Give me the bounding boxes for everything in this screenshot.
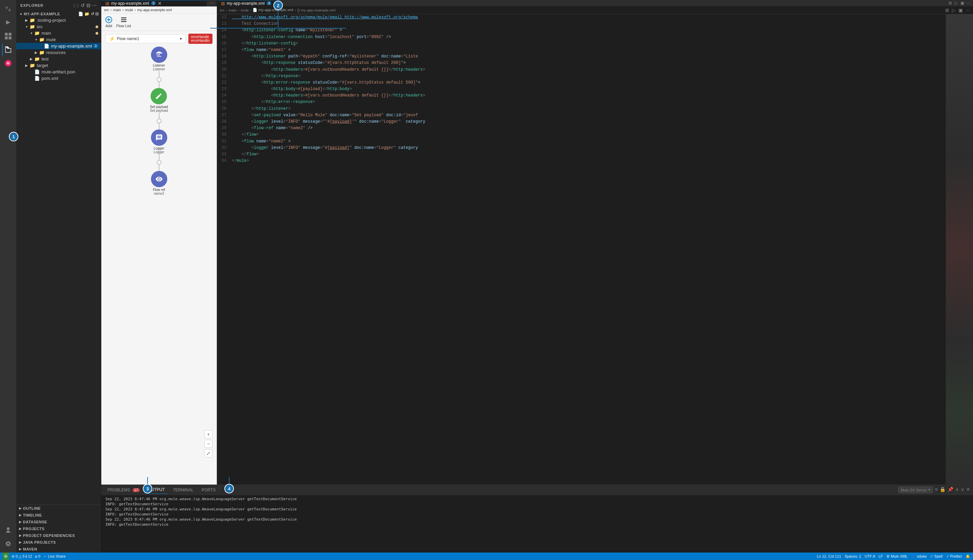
extensions-icon[interactable] bbox=[2, 30, 14, 42]
set-payload-node[interactable]: Set payload Set payload bbox=[150, 88, 168, 112]
status-spell[interactable]: ✓ Spell bbox=[930, 554, 942, 558]
flow-canvas[interactable]: ⚡ Flow name1 ▾ errorHandleerrorHandlin bbox=[101, 31, 217, 485]
more-tabs-icon[interactable]: ··· bbox=[967, 1, 970, 5]
arrow-tooling: ▶ bbox=[24, 18, 29, 22]
add-button[interactable]: Add bbox=[105, 16, 112, 28]
explorer-icon[interactable] bbox=[2, 43, 14, 56]
status-left: ⊘ 0 △ 5 ℹ 12 ⌀ 0 ↔ Live Share bbox=[3, 553, 66, 560]
tree-item-mule[interactable]: ▾ 📁 mule bbox=[16, 37, 101, 43]
new-folder-icon[interactable]: 📁 bbox=[84, 12, 90, 16]
section-timeline[interactable]: ▶ TIMELINE bbox=[16, 512, 101, 518]
problems-label: PROBLEMS bbox=[107, 488, 130, 492]
flow-select-value[interactable]: Flow name1 bbox=[117, 37, 139, 41]
status-eol[interactable]: LF bbox=[878, 554, 883, 558]
panel-down-icon[interactable]: ∨ bbox=[961, 487, 964, 493]
flow-dropdown-arrow[interactable]: ▾ bbox=[180, 37, 182, 41]
set-payload-circle bbox=[150, 88, 167, 104]
line-num-16: 16 bbox=[217, 40, 230, 47]
status-bar: ⊘ 0 △ 5 ℹ 12 ⌀ 0 ↔ Live Share Ln 12, Col… bbox=[0, 553, 973, 560]
root-label: MY-APP-EXAMPLE bbox=[24, 12, 60, 16]
tree-item-test[interactable]: ▶ 📁 test bbox=[16, 56, 101, 62]
split-editor-icon[interactable]: ⊞ bbox=[948, 1, 952, 5]
tree-item-main[interactable]: ▾ 📁 main bbox=[16, 30, 101, 37]
status-spaces[interactable]: Spaces: 2 bbox=[844, 554, 861, 558]
status-git-icon[interactable] bbox=[3, 553, 9, 560]
tab-close-left[interactable]: ✕ bbox=[158, 1, 162, 6]
folder-icon-resources: 📁 bbox=[39, 50, 45, 55]
run-right-icon[interactable]: ▷ bbox=[952, 7, 956, 13]
panel-list-icon[interactable]: ≡ bbox=[935, 487, 938, 493]
tree-item-resources[interactable]: ▶ 📁 resources bbox=[16, 49, 101, 56]
tree-item-tooling[interactable]: ▶ 📁 .tooling-project bbox=[16, 17, 101, 23]
lang-icon: ⚙ bbox=[886, 554, 890, 558]
collapse-icon[interactable]: ⊟ bbox=[95, 12, 99, 16]
sidebar-sections: ▶ OUTLINE ▶ TIMELINE ▶ DATASENSE ▶ PROJE… bbox=[16, 505, 101, 553]
tab-close-right[interactable]: ✕ bbox=[273, 1, 277, 6]
section-datasense[interactable]: ▶ DATASENSE bbox=[16, 518, 101, 525]
tree-item-src[interactable]: ▾ 📁 src bbox=[16, 23, 101, 30]
section-maven[interactable]: ▶ MAVEN bbox=[16, 546, 101, 553]
settings-icon[interactable] bbox=[2, 538, 14, 550]
new-file-icon[interactable]: 📄 bbox=[78, 12, 83, 16]
user-label: sduke bbox=[917, 554, 927, 558]
tree-item-pom[interactable]: 📄 pom.xml bbox=[16, 75, 101, 82]
code-line-16: 16 </http:listener-config> bbox=[217, 40, 973, 47]
zoom-out-button[interactable]: − bbox=[204, 440, 212, 448]
split-right-icon[interactable]: ⊞ bbox=[945, 7, 949, 13]
code-editor-content[interactable]: 12 http://www.mulesoft.org/schema/mule/e… bbox=[217, 14, 973, 485]
status-chat[interactable]: ⌀ 0 bbox=[35, 554, 40, 558]
terminal-label: TERMINAL bbox=[173, 488, 194, 492]
tab-right-myapp[interactable]: ▤ my-app-example.xml 3 ✕ bbox=[217, 0, 282, 6]
tree-item-myapp-xml[interactable]: 📄 my-app-example.xml 3 bbox=[16, 43, 101, 49]
refresh-icon[interactable]: ↺ bbox=[91, 12, 95, 16]
panel-dropdown[interactable]: Mule DX Server ▾ bbox=[898, 487, 933, 493]
tab-left-actions[interactable]: ··· bbox=[207, 0, 217, 6]
status-errors[interactable]: ⊘ 0 △ 5 ℹ 12 bbox=[12, 554, 32, 558]
panel-up-icon[interactable]: ∧ bbox=[955, 487, 959, 493]
tab-problems[interactable]: PROBLEMS 17 bbox=[104, 486, 143, 494]
tree-root[interactable]: ▾ MY-APP-EXAMPLE 📄 📁 ↺ ⊟ bbox=[16, 11, 101, 17]
fit-button[interactable]: ⤢ bbox=[204, 449, 212, 457]
more-right-icon[interactable]: ··· bbox=[966, 7, 970, 13]
layout-icon[interactable]: ▣ bbox=[960, 1, 964, 5]
collapse-button[interactable]: ⊟ bbox=[86, 3, 91, 8]
new-folder-button[interactable]:  bbox=[77, 3, 79, 8]
crumb-src: src bbox=[220, 8, 225, 12]
tab-terminal[interactable]: TERMINAL bbox=[170, 486, 197, 494]
run-icon-right[interactable]: ▷ bbox=[955, 1, 958, 5]
status-prettier[interactable]: ✓ Prettier bbox=[946, 554, 962, 558]
layout-right-icon[interactable]: ▣ bbox=[958, 7, 963, 13]
flow-ref-node[interactable]: Flow ref name2 bbox=[151, 171, 167, 195]
panel-close-icon[interactable]: ✕ bbox=[966, 487, 970, 493]
section-java-projects[interactable]: ▶ JAVA PROJECTS bbox=[16, 539, 101, 546]
status-user[interactable]: 👤 sduke bbox=[911, 554, 927, 558]
more-actions-button[interactable]: ··· bbox=[92, 3, 97, 8]
tree-item-artifact[interactable]: 📄 mule-artifact.json bbox=[16, 68, 101, 75]
status-liveshare[interactable]: ↔ Live Share bbox=[43, 554, 66, 558]
flow-list-button[interactable]: Flow List bbox=[116, 16, 131, 28]
panel-pin-icon[interactable]: 📌 bbox=[948, 487, 953, 493]
source-control-icon[interactable] bbox=[2, 3, 14, 15]
tab-ports[interactable]: PORTS bbox=[198, 486, 219, 494]
status-language[interactable]: ⚙ Mule XML bbox=[886, 554, 908, 558]
tab-output[interactable]: OUTPUT bbox=[145, 486, 168, 494]
run-icon[interactable] bbox=[2, 16, 14, 28]
status-position[interactable]: Ln 12, Col 111 bbox=[817, 554, 841, 558]
status-encoding[interactable]: UTF-8 bbox=[865, 554, 875, 558]
tree-item-target[interactable]: ▶ 📁 target bbox=[16, 62, 101, 68]
datasense-label: DATASENSE bbox=[23, 520, 47, 524]
accounts-icon[interactable] bbox=[2, 524, 14, 536]
section-projects[interactable]: ▶ PROJECTS bbox=[16, 525, 101, 532]
status-notifications[interactable]: 🔔 bbox=[966, 554, 970, 558]
tab-left-myapp[interactable]: ▤ my-app-example.xml 3 ✕ bbox=[101, 0, 207, 6]
zoom-in-button[interactable]: + bbox=[204, 430, 212, 438]
section-outline[interactable]: ▶ OUTLINE bbox=[16, 505, 101, 512]
bottom-panel: PROBLEMS 17 OUTPUT TERMINAL PORTS Mu bbox=[101, 485, 973, 553]
new-file-button[interactable]:  bbox=[74, 3, 76, 8]
listener-node[interactable]: Listener Listener bbox=[151, 47, 167, 71]
mule-plugin-icon[interactable]: M bbox=[5, 60, 12, 67]
logger-node[interactable]: Logger Logger bbox=[151, 130, 167, 154]
section-project-deps[interactable]: ▶ PROJECT DEPENDENCIES bbox=[16, 532, 101, 539]
panel-lock-icon[interactable]: 🔒 bbox=[940, 487, 945, 493]
refresh-button[interactable]: ↺ bbox=[80, 3, 85, 8]
